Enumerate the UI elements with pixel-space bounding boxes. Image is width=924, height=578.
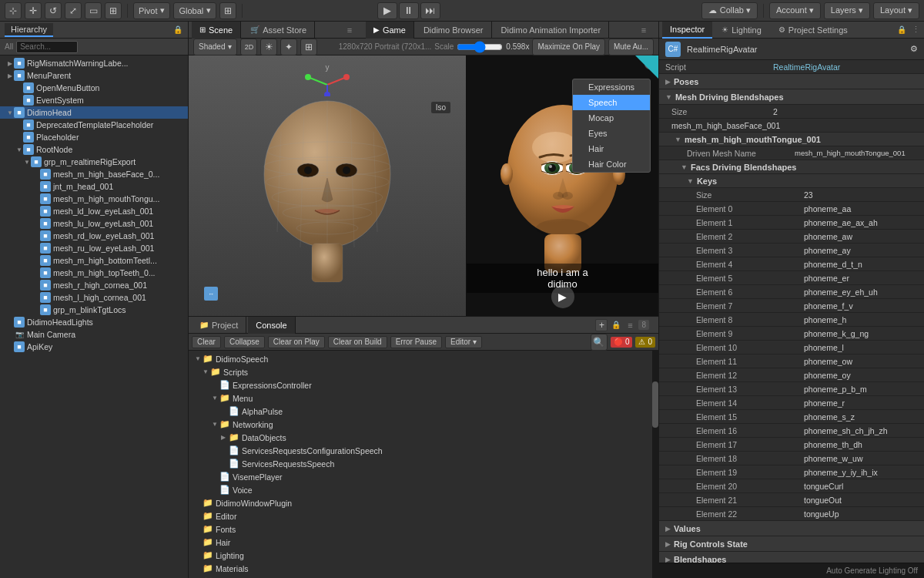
- pause-btn[interactable]: ⏸: [399, 2, 419, 19]
- hierarchy-item-eventsystem[interactable]: ■ EventSystem: [0, 94, 188, 106]
- lighting-tab[interactable]: ☀ Lighting: [714, 22, 769, 39]
- project-settings-tab[interactable]: ⚙ Project Settings: [771, 22, 855, 39]
- rect-tool-btn[interactable]: ▭: [85, 2, 102, 19]
- project-item-voice[interactable]: 📄 Voice: [189, 483, 652, 496]
- layers-btn[interactable]: Layers ▾: [824, 2, 870, 19]
- scene-fx-btn[interactable]: ✦: [280, 39, 297, 55]
- project-item-lighting[interactable]: 📁 Lighting: [189, 549, 652, 562]
- dropdown-mocap[interactable]: Mocap: [573, 110, 650, 126]
- layout-btn[interactable]: Layout ▾: [873, 2, 919, 19]
- project-item-services-config[interactable]: 📄 ServicesRequestsConfigurationSpeech: [189, 444, 652, 457]
- project-item-menu[interactable]: ▼ 📁 Menu: [189, 391, 652, 405]
- project-item-prefabs[interactable]: 📁 Prefabs: [189, 575, 652, 578]
- rig-controls-section[interactable]: ▶ Rig Controls State: [659, 536, 924, 552]
- rotate-tool-btn[interactable]: ↺: [45, 2, 62, 19]
- project-item-hair[interactable]: 📁 Hair: [189, 536, 652, 549]
- hierarchy-item-openmenu[interactable]: ■ OpenMenuButton: [0, 82, 188, 94]
- hierarchy-item-deprecated[interactable]: ■ DeprecatedTemplatePlaceholder: [0, 119, 188, 131]
- project-item-expressions[interactable]: 📄 ExpressionsController: [189, 378, 652, 391]
- clear-on-build-btn[interactable]: Clear on Build: [328, 336, 387, 348]
- hierarchy-item-mesh-bottom[interactable]: ■ mesh_m_high_bottomTeetl...: [0, 254, 188, 267]
- step-btn[interactable]: ⏭: [420, 2, 440, 19]
- hierarchy-item-grp-export[interactable]: ▼ ■ grp_m_realtimeRigExport: [0, 156, 188, 168]
- maximize-dropdown[interactable]: Maximize On Play: [532, 39, 605, 55]
- hierarchy-item-maincamera[interactable]: 📷 Main Camera: [0, 328, 188, 341]
- hierarchy-item-rig[interactable]: ▶ ■ RigMismatchWarningLabe...: [0, 57, 188, 69]
- dropdown-eyes[interactable]: Eyes: [573, 126, 650, 141]
- game-menu-btn[interactable]: ≡: [638, 25, 649, 35]
- hierarchy-item-mesh-mouth[interactable]: ■ mesh_m_high_mouthTongu...: [0, 193, 188, 205]
- collapse-btn[interactable]: Collapse: [224, 336, 265, 348]
- animation-importer-tab[interactable]: Didimo Animation Importer: [494, 22, 610, 39]
- console-search-btn[interactable]: 🔍: [591, 334, 608, 351]
- scale-slider[interactable]: [457, 41, 503, 53]
- project-menu-icon[interactable]: ≡: [624, 320, 635, 331]
- project-item-fonts[interactable]: 📁 Fonts: [189, 523, 652, 536]
- shading-dropdown[interactable]: Shaded ▾: [193, 39, 237, 55]
- project-tab[interactable]: 📁 Project: [192, 317, 246, 334]
- hierarchy-item-placeholder[interactable]: ■ Placeholder: [0, 131, 188, 143]
- pivot-dropdown[interactable]: Pivot ▾: [133, 2, 170, 19]
- dropdown-haircolor[interactable]: Hair Color: [573, 156, 650, 172]
- hierarchy-item-mesh-top[interactable]: ■ mesh_m_high_topTeeth_0...: [0, 267, 188, 279]
- hierarchy-item-jnt-head[interactable]: ■ jnt_m_head_001: [0, 180, 188, 193]
- select-tool-btn[interactable]: ⊹: [5, 2, 22, 19]
- hierarchy-search-input[interactable]: [16, 41, 78, 53]
- values-section[interactable]: ▶ Values: [659, 521, 924, 536]
- project-item-scripts[interactable]: ▼ 📁 Scripts: [189, 365, 652, 378]
- hierarchy-item-mesh-ld[interactable]: ■ mesh_ld_low_eyeLash_001: [0, 205, 188, 217]
- dropdown-expressions[interactable]: Expressions: [573, 79, 650, 95]
- hierarchy-item-menuparent[interactable]: ▶ ■ MenuParent: [0, 69, 188, 82]
- project-item-didimowindow[interactable]: 📁 DidimoWindowPlugin: [189, 496, 652, 509]
- project-item-viseme[interactable]: 📄 VisemePlayer: [189, 470, 652, 483]
- project-item-networking[interactable]: ▼ 📁 Networking: [189, 418, 652, 431]
- inspector-lock-icon[interactable]: 🔒: [896, 25, 907, 35]
- hierarchy-lock-icon[interactable]: 🔒: [172, 25, 183, 35]
- hierarchy-item-mesh-base[interactable]: ■ mesh_m_high_baseFace_0...: [0, 168, 188, 180]
- project-item-dataobjects[interactable]: ▶ 📁 DataObjects: [189, 431, 652, 444]
- account-btn[interactable]: Account ▾: [769, 2, 821, 19]
- mute-btn[interactable]: Mute Au...: [608, 39, 654, 55]
- editor-dropdown[interactable]: Editor ▾: [445, 336, 482, 348]
- inspector-gear-icon[interactable]: ⋮: [910, 25, 921, 35]
- didimo-browser-tab[interactable]: Didimo Browser: [416, 22, 492, 39]
- project-item-materials[interactable]: 📁 Materials: [189, 562, 652, 575]
- move-tool-btn[interactable]: ✛: [25, 2, 42, 19]
- hierarchy-item-mesh-rd[interactable]: ■ mesh_rd_low_eyeLash_001: [0, 230, 188, 242]
- game-tab[interactable]: ▶ Game: [366, 22, 414, 39]
- project-scrollbar[interactable]: [652, 351, 658, 578]
- console-tab[interactable]: Console: [248, 317, 295, 334]
- clear-on-play-btn[interactable]: Clear on Play: [268, 336, 325, 348]
- project-item-alphapulse[interactable]: 📄 AlphaPulse: [189, 405, 652, 418]
- hierarchy-item-apikey[interactable]: ■ ApiKey: [0, 341, 188, 353]
- transform-tool-btn[interactable]: ⊞: [105, 2, 122, 19]
- scene-light-btn[interactable]: ☀: [260, 39, 277, 55]
- project-item-editor[interactable]: 📁 Editor: [189, 509, 652, 523]
- scale-tool-btn[interactable]: ⤢: [65, 2, 82, 19]
- hierarchy-item-rootnode[interactable]: ▼ ■ RootNode: [0, 143, 188, 156]
- scene-tab[interactable]: ⊞ Scene: [192, 22, 241, 39]
- add-project-btn[interactable]: +: [595, 319, 608, 331]
- keys-section[interactable]: ▼ Keys: [659, 174, 924, 188]
- project-item-didimospeech[interactable]: ▼ 📁 DidimoSpeech: [189, 352, 652, 365]
- scene-menu-btn[interactable]: ≡: [344, 25, 355, 35]
- play-circle-btn[interactable]: ▶: [551, 285, 574, 308]
- hierarchy-tab[interactable]: Hierarchy: [5, 23, 53, 37]
- global-dropdown[interactable]: Global ▾: [173, 2, 216, 19]
- scene-grid-btn[interactable]: ⊞: [300, 39, 317, 55]
- hierarchy-item-mesh-ru[interactable]: ■ mesh_ru_low_eyeLash_001: [0, 242, 188, 254]
- hierarchy-item-grp-blink[interactable]: ■ grp_m_blinkTgtLocs: [0, 304, 188, 316]
- mesh-tongue-subsection[interactable]: ▼ mesh_m_high_mouthTongue_001: [659, 133, 924, 146]
- mesh-driving-section[interactable]: ▼ Mesh Driving Blendshapes: [659, 89, 924, 105]
- project-lock-icon[interactable]: 🔒: [611, 320, 621, 331]
- project-item-services-speech[interactable]: 📄 ServicesRequestsSpeech: [189, 457, 652, 470]
- poses-section[interactable]: ▶ Poses: [659, 74, 924, 89]
- hierarchy-item-didimohead[interactable]: ▼ ■ DidimoHead: [0, 106, 188, 119]
- dropdown-hair[interactable]: Hair: [573, 141, 650, 156]
- hierarchy-item-mesh-cornea-r[interactable]: ■ mesh_r_high_cornea_001: [0, 279, 188, 291]
- hierarchy-item-mesh-lu[interactable]: ■ mesh_lu_low_eyeLash_001: [0, 217, 188, 230]
- asset-store-tab[interactable]: 🛒 Asset Store: [243, 22, 315, 39]
- hierarchy-item-mesh-cornea-l[interactable]: ■ mesh_l_high_cornea_001: [0, 291, 188, 304]
- inspector-header-gear[interactable]: ⚙: [910, 44, 918, 54]
- collab-btn[interactable]: ☁ Collab ▾: [701, 2, 758, 19]
